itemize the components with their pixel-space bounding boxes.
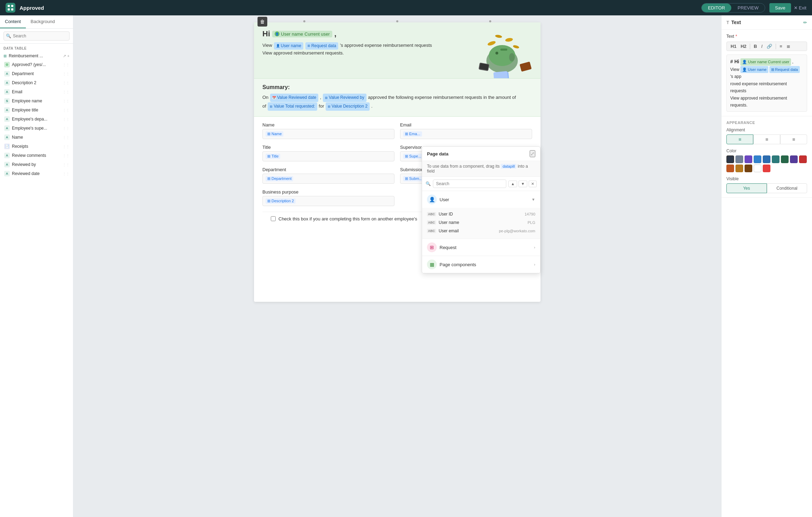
reimbursement-table-row[interactable]: ⊞ Reimbursement ... ↗ + xyxy=(0,52,73,60)
color-blue[interactable] xyxy=(754,155,761,163)
field-type-a-icon: A xyxy=(4,162,10,167)
save-button[interactable]: Save xyxy=(769,3,791,13)
field-row-review-comments[interactable]: A Review comments ⋮⋮ xyxy=(0,151,73,160)
table-icon: ⊞ xyxy=(3,54,7,58)
request-section-header[interactable]: ⊞ Request › xyxy=(422,239,540,256)
reviewed-by-pill: ⊞ Value Reviewed by xyxy=(323,94,367,102)
visible-conditional-button[interactable]: Conditional xyxy=(767,183,807,193)
search-close-button[interactable]: ✕ xyxy=(529,181,537,187)
text-preview[interactable]: # Hi 👤 User name Current user , View 👤 U… xyxy=(726,54,807,112)
visible-yes-button[interactable]: Yes xyxy=(726,183,767,193)
editor-toolbar: H1 H2 B I 🔗 ≡ ≣ xyxy=(726,42,807,51)
drag-handle[interactable]: ⋮⋮ xyxy=(63,90,70,94)
svg-point-12 xyxy=(513,45,519,49)
drag-handle[interactable]: ⋮⋮ xyxy=(63,117,70,121)
drag-handle[interactable]: ⋮⋮ xyxy=(63,63,70,67)
link-out-icon[interactable]: ↗ xyxy=(63,54,66,58)
italic-button[interactable]: I xyxy=(760,43,764,50)
sidebar-search-area: 🔍 xyxy=(0,29,73,44)
drag-handle[interactable]: ⋮⋮ xyxy=(63,154,70,158)
header-illustration xyxy=(464,22,541,78)
field-row-receipts[interactable]: 📄 Receipts ⋮⋮ xyxy=(0,142,73,151)
svg-rect-7 xyxy=(500,49,507,51)
field-row-reviewed-date[interactable]: A Reviewed date ⋮⋮ xyxy=(0,169,73,178)
ordered-list-button[interactable]: ≡ xyxy=(778,43,784,50)
business-purpose-value: ⊞ Description 2 xyxy=(262,196,394,206)
field-row-employee-depa[interactable]: A Employee's depa... ⋮⋮ xyxy=(0,115,73,124)
field-row-reviewed-by[interactable]: A Reviewed by ⋮⋮ xyxy=(0,160,73,169)
drag-handle[interactable]: ⋮⋮ xyxy=(63,99,70,103)
field-row-employee-supe[interactable]: A Employee's supe... ⋮⋮ xyxy=(0,124,73,133)
field-row-approved[interactable]: ⊙ Approved? (yes/... ⋮⋮ xyxy=(0,60,73,69)
field-row-employee-title[interactable]: A Employee title ⋮⋮ xyxy=(0,105,73,115)
reviewed-date-pill: 📅 Value Reviewed date xyxy=(270,94,318,102)
field-row-description2[interactable]: A Description 2 ⋮⋮ xyxy=(0,78,73,87)
color-dark[interactable] xyxy=(726,155,734,163)
left-sidebar: Content Background 🔍 DATA TABLE ⊞ Reimbu… xyxy=(0,15,73,517)
tab-content[interactable]: Content xyxy=(0,15,26,28)
page-data-expand-button[interactable]: ⤢ xyxy=(530,150,535,157)
summary-section: Summary: On 📅 Value Reviewed date , ⊞ Va… xyxy=(254,79,541,117)
color-purple[interactable] xyxy=(745,155,752,163)
color-bright-red[interactable] xyxy=(763,165,770,172)
title-label: Title xyxy=(262,145,394,150)
field-row-department[interactable]: A Department ⋮⋮ xyxy=(0,69,73,78)
heading2-button[interactable]: H2 xyxy=(739,43,748,50)
align-center-button[interactable]: ≡ xyxy=(753,134,780,144)
color-indigo[interactable] xyxy=(790,155,798,163)
toolbar-divider-1 xyxy=(750,44,750,49)
color-palette xyxy=(726,155,807,172)
drag-handle[interactable]: ⋮⋮ xyxy=(63,172,70,176)
page-components-chevron-icon: › xyxy=(534,262,535,267)
topbar-actions: Save ✕ Exit xyxy=(769,3,806,13)
tab-preview[interactable]: PREVIEW xyxy=(731,3,765,12)
search-up-button[interactable]: ▲ xyxy=(508,181,517,187)
user-section-header[interactable]: 👤 User ▼ xyxy=(422,191,540,208)
link-button[interactable]: 🔗 xyxy=(765,43,774,50)
drag-handle[interactable]: ⋮⋮ xyxy=(63,108,70,112)
color-brown[interactable] xyxy=(745,165,752,172)
canvas-frame: 🗑 Hi 👤 User name Current user , View xyxy=(254,22,541,302)
search-down-button[interactable]: ▼ xyxy=(519,181,527,187)
user-fields: ABC User ID 14790 ABC User name PLG ABC … xyxy=(422,208,540,239)
drag-handle[interactable]: ⋮⋮ xyxy=(63,81,70,85)
page-data-search-area: 🔍 ▲ ▼ ✕ xyxy=(422,177,540,191)
field-row-email[interactable]: A Email ⋮⋮ xyxy=(0,87,73,96)
color-white[interactable] xyxy=(754,165,761,172)
unordered-list-button[interactable]: ≣ xyxy=(785,43,792,50)
drag-handle[interactable]: ⋮⋮ xyxy=(63,72,70,76)
edit-icon[interactable]: ✏ xyxy=(803,20,807,25)
tab-background[interactable]: Background xyxy=(26,15,60,28)
mini-user-pill: 👤 User name Current user xyxy=(740,58,791,66)
name-value: ⊞ Name xyxy=(262,129,394,139)
page-components-section-header[interactable]: ▦ Page components › xyxy=(422,256,540,273)
tab-editor[interactable]: EDITOR xyxy=(702,3,731,12)
align-right-button[interactable]: ≡ xyxy=(780,134,807,144)
drag-handle[interactable]: ⋮⋮ xyxy=(63,136,70,139)
drag-handle[interactable]: ⋮⋮ xyxy=(63,163,70,167)
color-gray[interactable] xyxy=(735,155,743,163)
align-left-button[interactable]: ≡ xyxy=(726,134,753,144)
checkbox-input[interactable] xyxy=(271,216,276,221)
bold-button[interactable]: B xyxy=(752,43,759,50)
color-orange[interactable] xyxy=(726,165,734,172)
delete-button[interactable]: 🗑 xyxy=(258,17,267,27)
color-green[interactable] xyxy=(781,155,789,163)
field-row-employee-name[interactable]: S Employee name ⋮⋮ xyxy=(0,96,73,105)
color-label: Color xyxy=(726,148,807,153)
page-data-search-input[interactable] xyxy=(433,180,506,188)
request-section-label: Request xyxy=(440,245,531,250)
color-yellow-orange[interactable] xyxy=(735,165,743,172)
drag-handle[interactable]: ⋮⋮ xyxy=(63,145,70,148)
color-red[interactable] xyxy=(799,155,807,163)
drag-handle[interactable]: ⋮⋮ xyxy=(63,126,70,130)
field-row-name[interactable]: A Name ⋮⋮ xyxy=(0,133,73,142)
add-icon[interactable]: + xyxy=(67,54,70,58)
user-email-val: pe-plg@workato.com xyxy=(499,229,535,233)
search-input[interactable] xyxy=(3,31,70,41)
heading1-button[interactable]: H1 xyxy=(729,43,738,50)
color-dark-blue[interactable] xyxy=(763,155,770,163)
desc2-badge: ⊞ Description 2 xyxy=(266,198,296,204)
exit-button[interactable]: ✕ Exit xyxy=(794,5,806,10)
color-teal[interactable] xyxy=(772,155,780,163)
